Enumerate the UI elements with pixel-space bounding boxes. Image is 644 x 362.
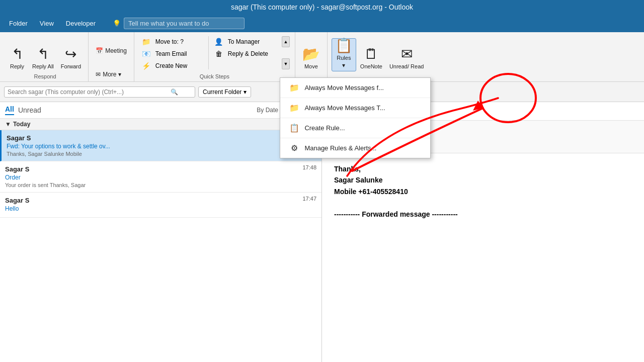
- qs-reply-delete[interactable]: 🗑 Reply & Delete: [211, 48, 279, 59]
- manage-rules-label: Manage Rules & Alerts...: [304, 144, 376, 152]
- unread-label: Unread/ Read: [389, 63, 424, 69]
- meeting-button[interactable]: 📅 Meeting: [93, 46, 130, 56]
- lightbulb-icon: 💡: [113, 20, 121, 27]
- respond-group: ↰ Reply ↰ Reply All ↪ Forward Respond: [2, 32, 89, 81]
- quicksteps-label: Quick Steps: [138, 71, 291, 79]
- meeting-icon: 📅: [96, 47, 103, 54]
- date-group: ▼ Today: [0, 119, 321, 130]
- qs-folder-icon: 📁: [141, 38, 151, 46]
- email-item-3[interactable]: Sagar S 17:47 Hello: [0, 193, 321, 218]
- quicksteps-left: 📁 Move to: ? 📧 Team Email ⚡ Create New: [138, 34, 206, 71]
- always-move-1[interactable]: 📁 Always Move Messages f...: [280, 78, 430, 98]
- qs-move-to-label: Move to: ?: [155, 38, 184, 45]
- title-text: sagar (This computer only) - sagar@softp…: [231, 3, 413, 11]
- email-2-subject: Order: [5, 174, 316, 181]
- date-group-label: Today: [13, 121, 30, 128]
- search-wrap[interactable]: 🔍: [4, 86, 195, 98]
- move-group: 📂 Move: [295, 32, 328, 81]
- rules-onenote-group: 📋 Rules ▾ 🗒 OneNote ✉ Unread/ Read 📁 Alw…: [328, 32, 431, 81]
- onenote-button[interactable]: 🗒 OneNote: [357, 38, 385, 71]
- email-3-subject: Hello: [5, 205, 316, 212]
- email-item-2[interactable]: Sagar S 17:48 Order Your order is sent T…: [0, 161, 321, 193]
- more-icon: ✉: [96, 71, 101, 78]
- qs-new-icon: ⚡: [141, 62, 151, 70]
- email-2-sender: Sagar S: [5, 165, 29, 173]
- create-rule[interactable]: 📋 Create Rule...: [280, 118, 430, 138]
- always-move-1-icon: 📁: [288, 83, 300, 93]
- always-move-2-label: Always Move Messages T...: [304, 104, 385, 112]
- onenote-label: OneNote: [360, 63, 382, 69]
- tab-unread[interactable]: Unread: [18, 106, 41, 114]
- body-forwarded: ----------- Forwarded message ----------…: [334, 209, 632, 220]
- search-icon: 🔍: [171, 88, 178, 96]
- menu-folder[interactable]: Folder: [4, 18, 33, 29]
- email-2-preview: Your order is sent Thanks, Sagar: [5, 182, 316, 188]
- title-bar: sagar (This computer only) - sagar@softp…: [0, 0, 644, 14]
- reply-button[interactable]: ↰ Reply: [6, 38, 28, 71]
- qs-move-to[interactable]: 📁 Move to: ?: [138, 36, 206, 47]
- always-move-2[interactable]: 📁 Always Move Messages T...: [280, 98, 430, 118]
- manage-rules-icon: ⚙: [288, 143, 300, 153]
- email-item-1[interactable]: Sagar S 17:48 Fwd: Your options to work …: [0, 130, 321, 161]
- quicksteps-group: 📁 Move to: ? 📧 Team Email ⚡ Create New 👤…: [134, 32, 295, 81]
- email-2-time: 17:48: [302, 164, 316, 170]
- folder-select-label: Current Folder: [203, 88, 242, 96]
- create-rule-label: Create Rule...: [304, 124, 345, 132]
- create-rule-icon: 📋: [288, 123, 300, 133]
- rules-button[interactable]: 📋 Rules ▾: [332, 38, 356, 71]
- qs-create-new[interactable]: ⚡ Create New: [138, 60, 206, 71]
- body-line-2: Sagar Salunke: [334, 174, 632, 186]
- move-button[interactable]: 📂 Move: [299, 38, 323, 71]
- rules-icon: 📋: [335, 37, 353, 54]
- qs-scroll-up[interactable]: ▲: [282, 36, 290, 47]
- menu-bar: Folder View Developer 💡: [0, 14, 644, 32]
- email-3-time: 17:47: [302, 196, 316, 202]
- qs-delete-icon: 🗑: [214, 50, 224, 58]
- rules-buttons: 📋 Rules ▾ 🗒 OneNote ✉ Unread/ Read: [332, 34, 427, 71]
- qs-team-label: Team Email: [155, 50, 187, 57]
- menu-view[interactable]: View: [35, 18, 59, 29]
- rules-cursor-icon: ▾: [342, 62, 345, 69]
- tell-me-input[interactable]: [124, 18, 245, 29]
- onenote-icon: 🗒: [364, 46, 378, 62]
- more-button[interactable]: ✉ More ▾: [93, 69, 124, 79]
- menu-developer[interactable]: Developer: [61, 18, 101, 29]
- folder-select[interactable]: Current Folder ▾: [198, 86, 251, 98]
- folder-select-chevron: ▾: [244, 88, 247, 96]
- forward-button[interactable]: ↪ Forward: [58, 38, 84, 71]
- qs-team-email[interactable]: 📧 Team Email: [138, 48, 206, 59]
- meeting-group: 📅 Meeting ✉ More ▾: [89, 32, 134, 81]
- sort-by-date[interactable]: By Date: [257, 107, 278, 114]
- more-buttons: ✉ More ▾: [93, 58, 124, 79]
- meeting-label: Meeting: [105, 47, 127, 54]
- respond-buttons: ↰ Reply ↰ Reply All ↪ Forward: [6, 34, 84, 71]
- qs-manager-label: To Manager: [228, 38, 260, 45]
- qs-divider: [208, 36, 209, 69]
- search-input[interactable]: [8, 88, 169, 96]
- rules-dropdown: 📁 Always Move Messages f... 📁 Always Mov…: [280, 77, 431, 158]
- unread-read-button[interactable]: ✉ Unread/ Read: [386, 38, 427, 71]
- email-1-subject: Fwd: Your options to work & settle ov...: [7, 143, 316, 150]
- qs-scroll-down[interactable]: ▼: [282, 58, 290, 69]
- reply-icon: ↰: [12, 46, 23, 62]
- quicksteps-right: 👤 To Manager 🗑 Reply & Delete: [211, 34, 279, 71]
- body-line-3: Mobile +61-405528410: [334, 186, 632, 197]
- reading-body: Thanks, Sagar Salunke Mobile +61-4055284…: [322, 153, 644, 230]
- body-line-1: Thanks,: [334, 163, 632, 174]
- forward-icon: ↪: [65, 46, 76, 62]
- qs-reply-delete-label: Reply & Delete: [228, 50, 268, 57]
- always-move-2-icon: 📁: [288, 103, 300, 113]
- qs-team-icon: 📧: [141, 50, 151, 58]
- meeting-buttons: 📅 Meeting: [93, 34, 130, 56]
- email-3-sender: Sagar S: [5, 197, 29, 204]
- qs-scrollbar: ▲ ▼: [281, 34, 291, 71]
- reply-all-button[interactable]: ↰ Reply All: [29, 38, 57, 71]
- more-dropdown-icon: ▾: [118, 71, 121, 78]
- reply-label: Reply: [10, 63, 24, 69]
- collapse-icon: ▼: [5, 121, 11, 128]
- manage-rules[interactable]: ⚙ Manage Rules & Alerts...: [280, 138, 430, 158]
- qs-manager-icon: 👤: [214, 38, 224, 46]
- tab-all[interactable]: All: [5, 105, 14, 115]
- qs-to-manager[interactable]: 👤 To Manager: [211, 36, 279, 47]
- move-icon: 📂: [302, 46, 320, 62]
